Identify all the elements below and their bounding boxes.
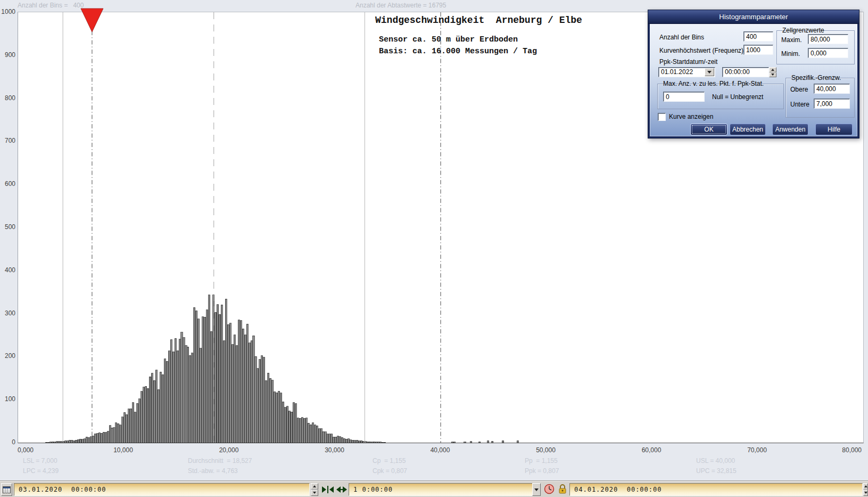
calendar-button[interactable]: [1, 483, 12, 496]
x-axis-tick-label: 70,000: [747, 446, 767, 454]
application-window: Anzahl der Bins = 400 Anzahl der Abtastw…: [0, 0, 868, 497]
samples-count-label: Anzahl der Abtastwerte = 16795: [356, 2, 446, 9]
end-datetime-spinner[interactable]: [863, 483, 868, 496]
spec-limits-group-title: Spezifik.-Grenzw.: [790, 74, 842, 82]
spinner-up-icon[interactable]: [769, 67, 776, 72]
x-axis-tick-label: 40,000: [431, 446, 450, 454]
start-datetime-spinner[interactable]: [311, 483, 318, 496]
dialog-title: Histogrammparameter: [719, 13, 788, 21]
x-axis-tick-label: 0,000: [18, 446, 34, 454]
time-toolbar: 03.01.2020 00:00:00 1 0:00:00: [0, 480, 868, 497]
stat-lsl: LSL = 7,000: [23, 457, 57, 465]
y-axis-tick-label: 0: [0, 438, 15, 446]
end-datetime-field[interactable]: 04.01.2020 00:00:00: [569, 483, 863, 496]
stat-ppk: Ppk = 0,807: [525, 467, 559, 475]
spinner-up-icon[interactable]: [311, 483, 318, 490]
ok-button[interactable]: OK: [690, 124, 728, 135]
stat-usl: USL = 40,000: [696, 457, 735, 465]
zoom-out-range-button[interactable]: [335, 485, 348, 496]
x-axis-tick-label: 10,000: [113, 446, 133, 454]
outward-arrows-icon: [335, 485, 348, 494]
stat-cpk: Cpk = 0,807: [373, 467, 407, 475]
ppk-start-label: Ppk-Startdatum/-zeit: [659, 58, 717, 66]
ppk-date-select[interactable]: 01.01.2022: [658, 67, 715, 77]
y-axis-tick-label: 900: [0, 51, 15, 59]
x-axis-tick-label: 60,000: [642, 446, 662, 454]
max-input[interactable]: [808, 34, 848, 44]
start-datetime-field[interactable]: 03.01.2020 00:00:00: [14, 483, 310, 496]
spinner-down-icon[interactable]: [769, 72, 776, 78]
ppk-time-value: 00:00:00: [725, 68, 750, 76]
chart-subtitle-2: Basis: ca. 16.000 Messungen / Tag: [379, 47, 537, 56]
lsl-marker-triangle: [81, 9, 103, 32]
lock-button[interactable]: [558, 484, 567, 496]
x-axis-tick-label: 20,000: [219, 446, 239, 454]
min-input[interactable]: [808, 48, 848, 58]
zoom-in-range-button[interactable]: [321, 485, 334, 496]
y-axis-tick-label: 100: [0, 395, 15, 403]
ppk-time-input[interactable]: 00:00:00: [722, 67, 769, 77]
stat-lpc: LPC = 4,239: [23, 467, 59, 475]
dialog-titlebar[interactable]: Histogrammparameter: [648, 10, 859, 24]
y-axis-tick-label: 500: [0, 223, 15, 231]
max-points-hint: Null = Unbegrenzt: [712, 93, 763, 101]
ppk-date-value: 01.01.2022: [661, 68, 693, 76]
apply-button[interactable]: Anwenden: [772, 124, 808, 135]
duration-dropdown-button[interactable]: [532, 483, 541, 496]
y-axis-tick-label: 200: [0, 352, 15, 360]
lower-input[interactable]: [814, 99, 850, 109]
max-points-group: Max. Anz. v. zu les. Pkt. f. Ppk-Stat. N…: [657, 84, 784, 109]
x-axis-tick-label: 50,000: [536, 446, 556, 454]
inward-arrows-icon: [321, 485, 334, 494]
histogram-bars: [46, 295, 518, 443]
lock-icon: [558, 484, 567, 494]
y-axis-tick-label: 300: [0, 309, 15, 317]
y-axis-tick-label: 700: [0, 137, 15, 144]
x-axis-tick-label: 80,000: [842, 446, 862, 454]
clock-button[interactable]: [544, 484, 555, 496]
upper-label: Obere: [790, 86, 808, 93]
cancel-button[interactable]: Abbrechen: [730, 124, 766, 135]
bins-field-label: Anzahl der Bins: [659, 34, 704, 41]
calendar-icon: [3, 486, 11, 494]
max-label: Maxim.: [781, 36, 802, 44]
bins-input[interactable]: [743, 31, 773, 42]
ppk-date-dropdown-button[interactable]: [705, 68, 714, 76]
cell-limits-group-title: Zellgrenzwerte: [781, 27, 826, 34]
stat-cp: Cp = 1,155: [373, 457, 406, 465]
upper-input[interactable]: [814, 84, 850, 94]
x-axis-tick-label: 30,000: [325, 446, 344, 454]
spec-limits-group: Spezifik.-Grenzw. Obere Untere: [786, 78, 855, 118]
cell-limits-group: Zellgrenzwerte Maxim. Minim.: [776, 30, 855, 64]
show-curve-checkbox[interactable]: [658, 113, 666, 121]
curve-max-input[interactable]: [743, 45, 773, 55]
stat-pp: Pp = 1,155: [525, 457, 558, 465]
max-points-group-title: Max. Anz. v. zu les. Pkt. f. Ppk-Stat.: [662, 80, 765, 87]
lower-label: Untere: [790, 101, 809, 108]
show-curve-label: Kurve anzeigen: [669, 113, 713, 120]
help-button[interactable]: Hilfe: [815, 124, 853, 135]
max-points-input[interactable]: [663, 92, 705, 102]
dialog-body: Anzahl der Bins Kurvenhöchstwert (Freque…: [650, 24, 857, 136]
y-axis-tick-label: 800: [0, 94, 15, 102]
y-axis-tick-label: 1000: [0, 8, 15, 15]
ppk-time-spinner[interactable]: [769, 67, 776, 77]
spinner-down-icon[interactable]: [863, 490, 868, 496]
clock-icon: [544, 484, 555, 494]
stat-std-abw: Std.-abw. = 4,763: [188, 467, 238, 475]
min-label: Minim.: [781, 50, 800, 58]
duration-field[interactable]: 1 0:00:00: [349, 483, 533, 496]
y-axis-tick-label: 400: [0, 266, 15, 274]
stat-upc: UPC = 32,815: [696, 467, 737, 475]
curve-max-field-label: Kurvenhöchstwert (Frequenz): [659, 47, 743, 54]
chart-subtitle-1: Sensor ca. 50 m über Erdboden: [379, 35, 518, 44]
histogram-parameter-dialog: Histogrammparameter Anzahl der Bins Kurv…: [648, 10, 859, 138]
y-axis-tick-label: 600: [0, 180, 15, 188]
spinner-up-icon[interactable]: [863, 483, 868, 490]
chart-title: Windgeschwindigkeit Arneburg / Elbe: [375, 15, 582, 26]
stat-durchschnitt: Durchschnitt = 18,527: [188, 457, 252, 465]
chevron-down-icon: [707, 71, 712, 74]
spinner-down-icon[interactable]: [311, 490, 318, 496]
bins-count-label: Anzahl der Bins = 400: [18, 2, 84, 9]
chevron-down-icon: [534, 488, 539, 491]
